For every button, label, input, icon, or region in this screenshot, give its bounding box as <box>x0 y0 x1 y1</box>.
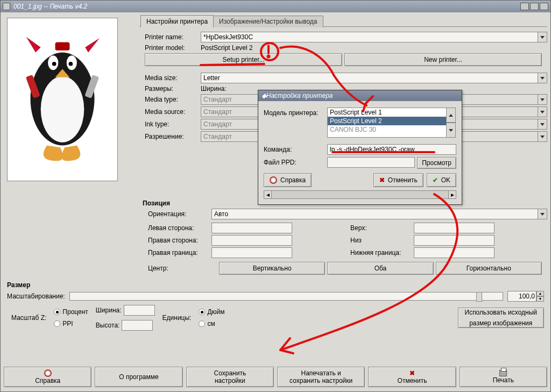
media-source-dropdown[interactable] <box>538 106 547 117</box>
top-label: Верх: <box>350 224 414 232</box>
center-horizontal-button[interactable]: Горизонтально <box>436 262 542 275</box>
help-icon <box>270 176 277 184</box>
radio-percent-label: Процент <box>62 308 88 316</box>
center-label: Центр: <box>148 265 217 272</box>
dlg-help-button[interactable]: Справка <box>264 173 312 187</box>
svg-point-5 <box>69 62 73 66</box>
bottom-bound-input[interactable] <box>414 247 495 258</box>
right-label: Правая сторона: <box>148 237 211 244</box>
slider-thumb[interactable] <box>476 292 482 302</box>
radio-percent[interactable] <box>54 309 60 315</box>
bottom-input[interactable] <box>414 235 495 246</box>
resolution-label: Разрешение: <box>145 133 201 140</box>
ink-type-dropdown[interactable] <box>538 119 547 130</box>
save-settings-button[interactable]: Сохранитьнастройки <box>186 367 274 387</box>
window-icon <box>3 3 10 10</box>
list-item[interactable]: PostScript Level 2 <box>328 117 446 125</box>
cancel-icon: ✖ <box>379 176 385 184</box>
printer-model-value: PostScript Level 2 <box>201 44 253 52</box>
orientation-input[interactable] <box>211 209 538 219</box>
spin-down[interactable]: ▼ <box>536 296 544 302</box>
media-source-label: Media source: <box>145 108 201 116</box>
dlg-cancel-button[interactable]: ✖Отменить <box>373 173 423 187</box>
maximize-button[interactable] <box>530 3 539 10</box>
right-input[interactable] <box>211 235 292 246</box>
scaling-label: Масштабирование: <box>7 293 65 300</box>
center-vertical-button[interactable]: Вертикально <box>219 262 325 275</box>
media-type-label: Media type: <box>145 96 201 103</box>
print-button[interactable]: Печать <box>460 367 547 387</box>
media-type-dropdown[interactable] <box>538 94 547 105</box>
window-title: 001_1.jpg -- Печать v4.2 <box>13 3 87 10</box>
dlg-command-label: Команда: <box>264 144 327 153</box>
close-button[interactable] <box>540 3 548 10</box>
svg-rect-9 <box>55 42 70 50</box>
new-printer-button[interactable]: New printer... <box>344 53 542 66</box>
radio-ppi[interactable] <box>54 320 60 327</box>
dlg-command-input[interactable] <box>327 144 456 155</box>
right-bound-input[interactable] <box>211 247 292 258</box>
radio-ppi-label: PPI <box>62 320 73 327</box>
dimensions-label: Размеры: <box>145 85 201 92</box>
left-input[interactable] <box>211 223 292 233</box>
radio-inch[interactable] <box>199 309 205 315</box>
printer-name-dropdown[interactable] <box>538 32 547 42</box>
svg-point-4 <box>52 62 56 66</box>
cancel-icon: ✖ <box>409 369 415 377</box>
media-size-label: Media size: <box>145 74 201 82</box>
size-height-input[interactable] <box>122 320 153 331</box>
center-both-button[interactable]: Оба <box>327 262 433 275</box>
list-up-button[interactable] <box>446 108 456 123</box>
use-original-l1: Использовать исходный <box>465 309 538 316</box>
dlg-ppd-label: Файл PPD: <box>264 157 327 166</box>
cancel-button[interactable]: ✖Отменить <box>368 367 456 387</box>
bottom-label: Низ <box>350 237 414 244</box>
help-button[interactable]: Справка <box>4 367 91 387</box>
list-item[interactable]: CANON BJC 30 <box>328 125 446 134</box>
printer-name-label: Printer name: <box>145 33 201 41</box>
use-original-size-button[interactable]: Использовать исходный размер изображения <box>458 308 545 328</box>
tabstrip: Настройки принтера Изображение/Настройки… <box>139 15 547 26</box>
dialog-titlebar[interactable]: ◆ Настройка принтера <box>258 90 462 101</box>
media-size-dropdown[interactable] <box>538 73 547 83</box>
minimize-button[interactable] <box>520 3 529 10</box>
left-label: Левая сторона: <box>148 224 211 232</box>
print-preview[interactable] <box>7 18 118 181</box>
scalez-label: Масштаб Z: <box>11 314 46 322</box>
print-dialog-window: 001_1.jpg -- Печать v4.2 <box>0 0 551 392</box>
media-size-input[interactable] <box>201 73 538 83</box>
radio-cm[interactable] <box>199 320 205 327</box>
list-item[interactable]: PostScript Level 1 <box>328 108 446 117</box>
resolution-dropdown[interactable] <box>538 131 547 142</box>
tab-printer-settings[interactable]: Настройки принтера <box>140 15 214 27</box>
scaling-value-input[interactable] <box>507 291 536 302</box>
list-down-button[interactable] <box>446 123 456 138</box>
titlebar[interactable]: 001_1.jpg -- Печать v4.2 <box>1 1 550 12</box>
print-and-save-button[interactable]: Напечатать исохранить настройки <box>277 367 365 387</box>
top-input[interactable] <box>414 223 495 233</box>
about-button[interactable]: О программе <box>95 367 182 387</box>
printer-model-label: Printer model: <box>145 44 201 52</box>
right-bound-label: Правая граница: <box>148 249 211 256</box>
size-width-input[interactable] <box>124 305 155 316</box>
printer-setup-dialog: ◆ Настройка принтера Модель принтера: Po… <box>258 90 462 205</box>
spin-up[interactable]: ▲ <box>536 291 544 296</box>
dlg-ppd-input[interactable] <box>327 157 415 168</box>
ok-icon: ✔ <box>433 176 438 184</box>
scaling-spinbox[interactable]: ▲▼ <box>507 291 544 302</box>
print-icon <box>499 370 507 376</box>
dlg-scrollbar[interactable]: ◂▸ <box>264 190 456 199</box>
preview-image <box>11 22 114 176</box>
printer-name-input[interactable] <box>201 32 538 42</box>
tab-image-output[interactable]: Изображение/Настройки вывода <box>213 16 323 27</box>
setup-printer-button[interactable]: Setup printer... <box>145 53 342 66</box>
size-width-label: Ширина: <box>96 307 122 314</box>
size-heading: Размер <box>7 281 544 289</box>
scaling-slider[interactable] <box>69 292 503 301</box>
dlg-model-label: Модель принтера: <box>264 108 327 117</box>
orientation-dropdown[interactable] <box>538 209 547 219</box>
dlg-ok-button[interactable]: ✔OK <box>427 173 456 187</box>
printer-model-listbox[interactable]: PostScript Level 1 PostScript Level 2 CA… <box>327 108 447 138</box>
dlg-browse-button[interactable]: Просмотр <box>417 157 456 169</box>
ink-type-label: Ink type: <box>145 120 201 128</box>
